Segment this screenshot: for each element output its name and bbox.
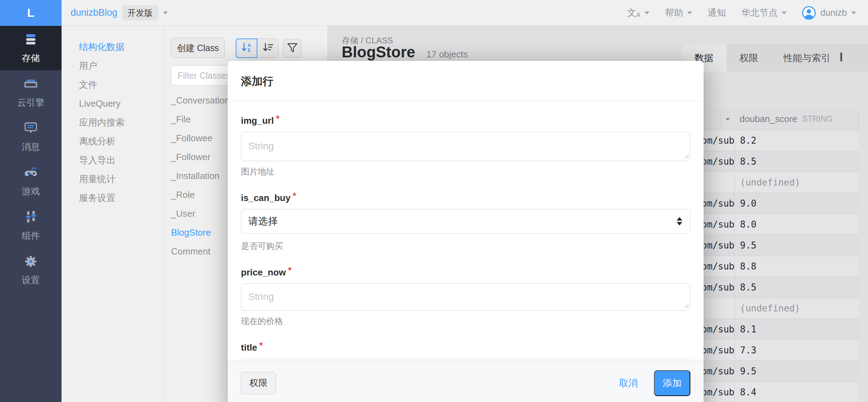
gamepad-icon	[23, 165, 38, 182]
sort-alpha-icon: A Z	[240, 41, 253, 55]
required-asterisk: *	[276, 113, 279, 124]
permissions-button[interactable]: 权限	[241, 372, 276, 394]
notifications-label: 通知	[707, 7, 726, 19]
subnav-item-users[interactable]: 用户	[62, 56, 164, 75]
svg-text:A: A	[248, 43, 251, 48]
sidebar-item-label: 存储	[22, 52, 40, 64]
modal-title: 添加行	[241, 75, 273, 87]
select-value: 请选择	[248, 215, 278, 228]
sidebar-item-storage[interactable]: 存储	[0, 26, 62, 70]
filter-button[interactable]	[283, 39, 301, 58]
sidebar-item-cloud-engine[interactable]: 云引擎	[0, 70, 62, 115]
chevron-down-icon	[687, 12, 692, 14]
subnav-item-usage-stats[interactable]: 用量统计	[62, 170, 164, 188]
required-asterisk: *	[259, 340, 263, 351]
user-menu[interactable]: dunizb	[802, 6, 856, 20]
field-price-now: price_now* String 现在的价格	[241, 265, 690, 327]
field-label: is_can_buy	[241, 193, 291, 203]
sort-button-group: A Z	[236, 38, 279, 58]
language-menu[interactable]: 文A	[627, 7, 649, 19]
subnav-item-structured-data[interactable]: 结构化数据	[62, 37, 164, 56]
region-label: 华北节点	[741, 7, 777, 19]
subnav-item-import-export[interactable]: 导入导出	[62, 151, 164, 170]
leancloud-logo[interactable]: L	[0, 0, 62, 26]
chevron-down-icon	[645, 12, 649, 14]
field-label: price_now	[241, 267, 286, 278]
gear-icon	[23, 254, 38, 271]
sort-alpha-button[interactable]: A Z	[236, 38, 257, 58]
subnav-item-service-settings[interactable]: 服务设置	[62, 188, 164, 207]
placeholder-text: String	[248, 141, 274, 152]
region-menu[interactable]: 华北节点	[741, 7, 787, 19]
translate-icon: 文A	[627, 7, 640, 19]
add-row-modal: 添加行 img_url* String 图片地址 is_can_buy* 请选择	[228, 61, 704, 402]
field-hint: 图片地址	[241, 166, 690, 177]
svg-text:Z: Z	[248, 48, 250, 53]
resize-grip-icon[interactable]	[684, 153, 689, 160]
required-asterisk: *	[293, 191, 296, 201]
is-can-buy-select[interactable]: 请选择	[241, 209, 690, 234]
field-label: title	[241, 342, 257, 353]
sort-desc-icon	[262, 41, 274, 55]
components-icon	[23, 210, 38, 227]
message-icon	[23, 121, 38, 138]
field-img-url: img_url* String 图片地址	[241, 113, 690, 177]
subnav-item-livequery[interactable]: LiveQuery	[62, 94, 164, 113]
database-icon	[23, 32, 38, 49]
select-spinner-icon	[677, 217, 682, 225]
filter-funnel-icon	[286, 42, 298, 55]
storage-subnav: 结构化数据 用户 文件 LiveQuery 应用内搜索 离线分析 导入导出 用量…	[62, 26, 164, 402]
placeholder-text: String	[248, 291, 274, 302]
sort-desc-button[interactable]	[257, 38, 279, 58]
topbar-menu: 文A 帮助 通知 华北节点	[627, 6, 868, 20]
field-label: img_url	[241, 115, 274, 126]
sidebar-item-label: 设置	[22, 274, 40, 286]
app-switcher[interactable]: dunizbBlog 开发版	[71, 5, 168, 21]
sidebar-item-label: 云引擎	[17, 96, 44, 109]
sidebar-item-messaging[interactable]: 消息	[0, 115, 62, 159]
modal-body: img_url* String 图片地址 is_can_buy* 请选择 是否可…	[228, 101, 704, 388]
sidebar-item-components[interactable]: 组件	[0, 203, 62, 248]
app-window: L dunizbBlog 开发版 文A 帮助 通知 华北节点	[0, 0, 868, 402]
modal-header: 添加行	[228, 61, 704, 101]
field-is-can-buy: is_can_buy* 请选择 是否可购买	[241, 191, 690, 252]
img-url-textarea[interactable]: String	[241, 132, 690, 161]
chevron-down-icon	[163, 12, 168, 14]
resize-grip-icon[interactable]	[684, 303, 689, 309]
username-label: dunizb	[820, 7, 847, 18]
product-sidebar: 存储 云引擎 消息	[0, 26, 62, 402]
subnav-item-offline-analytics[interactable]: 离线分析	[62, 132, 164, 151]
cancel-button[interactable]: 取消	[619, 377, 638, 389]
subnav-item-in-app-search[interactable]: 应用内搜索	[62, 113, 164, 132]
sidebar-item-games[interactable]: 游戏	[0, 159, 62, 203]
price-now-textarea[interactable]: String	[241, 283, 690, 311]
field-hint: 现在的价格	[241, 316, 690, 327]
help-label: 帮助	[665, 7, 683, 19]
cloud-engine-icon	[23, 77, 38, 94]
notifications-link[interactable]: 通知	[707, 7, 726, 19]
sidebar-item-settings[interactable]: 设置	[0, 248, 62, 292]
app-name[interactable]: dunizbBlog	[71, 7, 118, 18]
create-class-button[interactable]: 创建 Class	[171, 38, 225, 58]
app-stage-badge: 开发版	[122, 5, 158, 21]
chevron-down-icon	[851, 12, 856, 14]
sidebar-item-label: 消息	[22, 141, 40, 153]
subnav-item-files[interactable]: 文件	[62, 75, 164, 94]
sidebar-item-label: 游戏	[22, 185, 40, 198]
chevron-down-icon	[782, 12, 787, 14]
modal-footer: 权限 取消 添加	[228, 360, 704, 402]
add-button[interactable]: 添加	[654, 370, 690, 396]
topbar: L dunizbBlog 开发版 文A 帮助 通知 华北节点	[0, 0, 868, 26]
help-menu[interactable]: 帮助	[665, 7, 692, 19]
field-hint: 是否可购买	[241, 241, 690, 252]
sidebar-item-label: 组件	[22, 230, 40, 242]
avatar	[802, 6, 816, 20]
required-asterisk: *	[288, 265, 292, 275]
